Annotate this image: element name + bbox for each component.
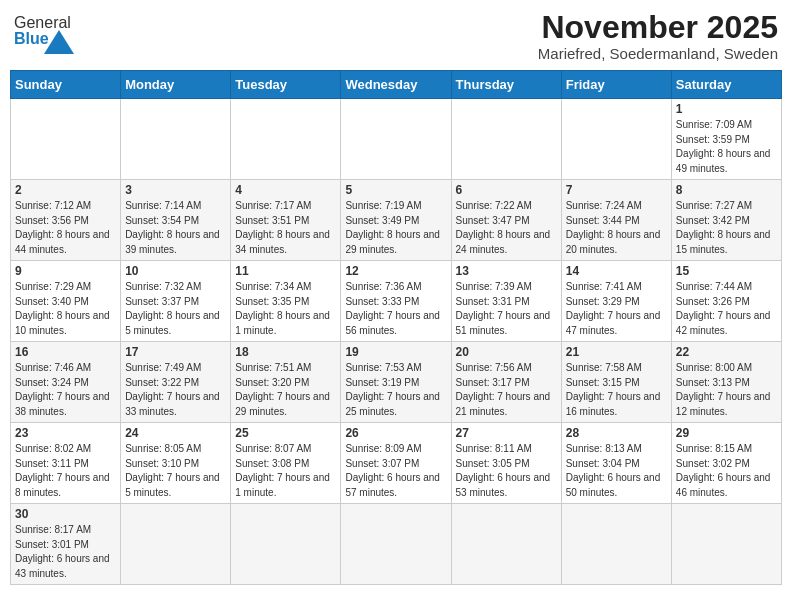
calendar-day-cell: 5Sunrise: 7:19 AM Sunset: 3:49 PM Daylig… [341, 180, 451, 261]
calendar-day-cell: 1Sunrise: 7:09 AM Sunset: 3:59 PM Daylig… [671, 99, 781, 180]
day-info: Sunrise: 8:02 AM Sunset: 3:11 PM Dayligh… [15, 442, 116, 500]
calendar-day-cell: 8Sunrise: 7:27 AM Sunset: 3:42 PM Daylig… [671, 180, 781, 261]
logo: General Blue [14, 10, 74, 54]
calendar-day-cell: 12Sunrise: 7:36 AM Sunset: 3:33 PM Dayli… [341, 261, 451, 342]
calendar-table: SundayMondayTuesdayWednesdayThursdayFrid… [10, 70, 782, 585]
title-section: November 2025 Mariefred, Soedermanland, … [538, 10, 778, 62]
day-number: 11 [235, 264, 336, 278]
calendar-day-cell [121, 99, 231, 180]
svg-text:General: General [14, 14, 71, 31]
calendar-day-cell: 18Sunrise: 7:51 AM Sunset: 3:20 PM Dayli… [231, 342, 341, 423]
day-of-week-header: Sunday [11, 71, 121, 99]
logo-icon: General Blue [14, 10, 74, 54]
calendar-day-cell: 17Sunrise: 7:49 AM Sunset: 3:22 PM Dayli… [121, 342, 231, 423]
calendar-week-row: 1Sunrise: 7:09 AM Sunset: 3:59 PM Daylig… [11, 99, 782, 180]
calendar-day-cell: 21Sunrise: 7:58 AM Sunset: 3:15 PM Dayli… [561, 342, 671, 423]
calendar-day-cell: 3Sunrise: 7:14 AM Sunset: 3:54 PM Daylig… [121, 180, 231, 261]
day-number: 26 [345, 426, 446, 440]
calendar-day-cell: 19Sunrise: 7:53 AM Sunset: 3:19 PM Dayli… [341, 342, 451, 423]
day-info: Sunrise: 8:17 AM Sunset: 3:01 PM Dayligh… [15, 523, 116, 581]
day-number: 22 [676, 345, 777, 359]
day-info: Sunrise: 7:32 AM Sunset: 3:37 PM Dayligh… [125, 280, 226, 338]
calendar-day-cell [121, 504, 231, 585]
calendar-day-cell: 13Sunrise: 7:39 AM Sunset: 3:31 PM Dayli… [451, 261, 561, 342]
calendar-day-cell [561, 99, 671, 180]
day-info: Sunrise: 7:22 AM Sunset: 3:47 PM Dayligh… [456, 199, 557, 257]
day-number: 27 [456, 426, 557, 440]
day-info: Sunrise: 8:13 AM Sunset: 3:04 PM Dayligh… [566, 442, 667, 500]
day-info: Sunrise: 8:15 AM Sunset: 3:02 PM Dayligh… [676, 442, 777, 500]
day-number: 20 [456, 345, 557, 359]
calendar-day-cell: 24Sunrise: 8:05 AM Sunset: 3:10 PM Dayli… [121, 423, 231, 504]
calendar-day-cell: 16Sunrise: 7:46 AM Sunset: 3:24 PM Dayli… [11, 342, 121, 423]
day-number: 16 [15, 345, 116, 359]
calendar-day-cell: 30Sunrise: 8:17 AM Sunset: 3:01 PM Dayli… [11, 504, 121, 585]
calendar-day-cell [231, 504, 341, 585]
day-info: Sunrise: 7:36 AM Sunset: 3:33 PM Dayligh… [345, 280, 446, 338]
day-number: 2 [15, 183, 116, 197]
day-number: 4 [235, 183, 336, 197]
day-info: Sunrise: 7:12 AM Sunset: 3:56 PM Dayligh… [15, 199, 116, 257]
day-number: 5 [345, 183, 446, 197]
calendar-day-cell: 11Sunrise: 7:34 AM Sunset: 3:35 PM Dayli… [231, 261, 341, 342]
day-info: Sunrise: 8:09 AM Sunset: 3:07 PM Dayligh… [345, 442, 446, 500]
day-number: 6 [456, 183, 557, 197]
calendar-day-cell: 26Sunrise: 8:09 AM Sunset: 3:07 PM Dayli… [341, 423, 451, 504]
day-info: Sunrise: 7:17 AM Sunset: 3:51 PM Dayligh… [235, 199, 336, 257]
day-of-week-header: Thursday [451, 71, 561, 99]
day-of-week-header: Friday [561, 71, 671, 99]
day-number: 28 [566, 426, 667, 440]
calendar-day-cell: 20Sunrise: 7:56 AM Sunset: 3:17 PM Dayli… [451, 342, 561, 423]
day-number: 17 [125, 345, 226, 359]
calendar-day-cell [671, 504, 781, 585]
calendar-day-cell [341, 99, 451, 180]
day-number: 19 [345, 345, 446, 359]
calendar-day-cell [561, 504, 671, 585]
calendar-day-cell: 2Sunrise: 7:12 AM Sunset: 3:56 PM Daylig… [11, 180, 121, 261]
calendar-day-cell: 23Sunrise: 8:02 AM Sunset: 3:11 PM Dayli… [11, 423, 121, 504]
day-number: 7 [566, 183, 667, 197]
calendar-day-cell: 6Sunrise: 7:22 AM Sunset: 3:47 PM Daylig… [451, 180, 561, 261]
day-info: Sunrise: 7:27 AM Sunset: 3:42 PM Dayligh… [676, 199, 777, 257]
calendar-header-row: SundayMondayTuesdayWednesdayThursdayFrid… [11, 71, 782, 99]
day-number: 30 [15, 507, 116, 521]
calendar-week-row: 23Sunrise: 8:02 AM Sunset: 3:11 PM Dayli… [11, 423, 782, 504]
day-number: 8 [676, 183, 777, 197]
day-number: 29 [676, 426, 777, 440]
day-info: Sunrise: 7:19 AM Sunset: 3:49 PM Dayligh… [345, 199, 446, 257]
day-info: Sunrise: 7:56 AM Sunset: 3:17 PM Dayligh… [456, 361, 557, 419]
calendar-day-cell: 29Sunrise: 8:15 AM Sunset: 3:02 PM Dayli… [671, 423, 781, 504]
day-number: 21 [566, 345, 667, 359]
day-info: Sunrise: 7:46 AM Sunset: 3:24 PM Dayligh… [15, 361, 116, 419]
day-number: 1 [676, 102, 777, 116]
calendar-day-cell: 22Sunrise: 8:00 AM Sunset: 3:13 PM Dayli… [671, 342, 781, 423]
calendar-day-cell: 28Sunrise: 8:13 AM Sunset: 3:04 PM Dayli… [561, 423, 671, 504]
day-info: Sunrise: 7:44 AM Sunset: 3:26 PM Dayligh… [676, 280, 777, 338]
calendar-day-cell [11, 99, 121, 180]
calendar-day-cell [341, 504, 451, 585]
calendar-week-row: 9Sunrise: 7:29 AM Sunset: 3:40 PM Daylig… [11, 261, 782, 342]
svg-text:Blue: Blue [14, 30, 49, 47]
day-number: 24 [125, 426, 226, 440]
day-number: 15 [676, 264, 777, 278]
calendar-day-cell: 4Sunrise: 7:17 AM Sunset: 3:51 PM Daylig… [231, 180, 341, 261]
calendar-day-cell: 27Sunrise: 8:11 AM Sunset: 3:05 PM Dayli… [451, 423, 561, 504]
day-info: Sunrise: 7:09 AM Sunset: 3:59 PM Dayligh… [676, 118, 777, 176]
calendar-day-cell [451, 504, 561, 585]
day-of-week-header: Monday [121, 71, 231, 99]
calendar-week-row: 30Sunrise: 8:17 AM Sunset: 3:01 PM Dayli… [11, 504, 782, 585]
day-info: Sunrise: 7:29 AM Sunset: 3:40 PM Dayligh… [15, 280, 116, 338]
day-info: Sunrise: 8:11 AM Sunset: 3:05 PM Dayligh… [456, 442, 557, 500]
day-of-week-header: Saturday [671, 71, 781, 99]
day-number: 13 [456, 264, 557, 278]
calendar-day-cell: 10Sunrise: 7:32 AM Sunset: 3:37 PM Dayli… [121, 261, 231, 342]
calendar-day-cell: 9Sunrise: 7:29 AM Sunset: 3:40 PM Daylig… [11, 261, 121, 342]
day-info: Sunrise: 7:24 AM Sunset: 3:44 PM Dayligh… [566, 199, 667, 257]
day-info: Sunrise: 7:41 AM Sunset: 3:29 PM Dayligh… [566, 280, 667, 338]
day-info: Sunrise: 7:51 AM Sunset: 3:20 PM Dayligh… [235, 361, 336, 419]
day-number: 23 [15, 426, 116, 440]
month-year-title: November 2025 [538, 10, 778, 45]
day-info: Sunrise: 8:05 AM Sunset: 3:10 PM Dayligh… [125, 442, 226, 500]
day-info: Sunrise: 7:34 AM Sunset: 3:35 PM Dayligh… [235, 280, 336, 338]
day-info: Sunrise: 7:53 AM Sunset: 3:19 PM Dayligh… [345, 361, 446, 419]
